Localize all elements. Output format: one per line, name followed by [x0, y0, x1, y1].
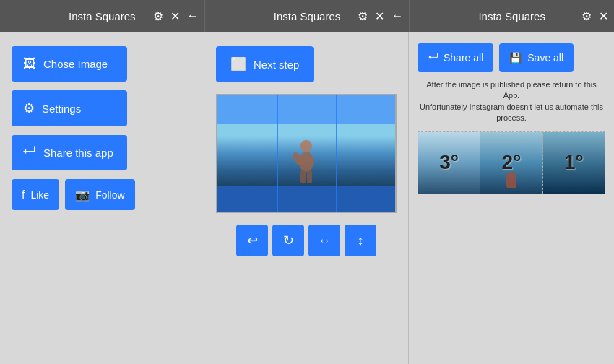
next-icon: ⬜ [230, 56, 246, 72]
save-all-icon: 💾 [509, 52, 522, 64]
cell-number-1: 1° [564, 151, 584, 174]
close-icon-3[interactable]: ✕ [599, 9, 608, 23]
grid-line-vertical-1 [277, 95, 278, 212]
gear-icon-2[interactable]: ⚙ [358, 9, 368, 23]
panel-2: ⬜ Next step [204, 32, 409, 364]
grid-cell-2: 2° [480, 132, 542, 194]
back-icon-2[interactable]: ← [392, 9, 403, 22]
save-all-button[interactable]: 💾 Save all [499, 43, 574, 72]
title-bar-2-title: Insta Squares [274, 10, 341, 22]
close-icon-1[interactable]: ✕ [170, 9, 180, 23]
rotate-left-icon: ↩ [247, 233, 258, 248]
selection-overlay-bottom [217, 186, 395, 212]
rotate-right-button[interactable]: ↻ [272, 225, 304, 256]
grid-cell-1: 1° [543, 132, 605, 194]
settings-icon: ⚙ [23, 100, 35, 116]
rotate-right-icon: ↻ [283, 233, 294, 248]
share-save-row: ⮠ Share all 💾 Save all [418, 43, 605, 72]
close-icon-2[interactable]: ✕ [375, 9, 384, 23]
image-preview [216, 94, 397, 213]
title-bar-3: Insta Squares ⚙ ✕ [410, 0, 614, 32]
tool-row: ↩ ↻ ↔ ↕ [236, 225, 376, 256]
gear-icon-3[interactable]: ⚙ [581, 9, 592, 23]
title-bar-1-title: Insta Squares [69, 10, 136, 22]
like-button[interactable]: f Like [12, 179, 59, 210]
gear-icon-1[interactable]: ⚙ [153, 9, 163, 23]
panel-3: ⮠ Share all 💾 Save all After the image i… [409, 32, 614, 364]
grid-line-vertical-2 [336, 95, 337, 212]
flip-v-icon: ↕ [358, 233, 364, 248]
image-background [217, 95, 395, 212]
cell-number-3: 3° [439, 151, 459, 174]
image-icon: 🖼 [23, 56, 36, 72]
title-bar-1: Insta Squares ⚙ ✕ ← [0, 0, 205, 32]
share-this-app-button[interactable]: ⮠ Share this app [12, 135, 127, 170]
info-text: After the image is published please retu… [418, 79, 605, 124]
next-step-button[interactable]: ⬜ Next step [216, 46, 314, 82]
svg-rect-2 [300, 170, 306, 183]
flip-h-icon: ↔ [318, 233, 331, 248]
settings-button[interactable]: ⚙ Settings [12, 90, 127, 126]
rotate-left-button[interactable]: ↩ [236, 225, 268, 256]
back-icon-1[interactable]: ← [187, 9, 199, 22]
title-bar-3-icons: ⚙ ✕ [581, 9, 608, 23]
facebook-icon: f [22, 188, 25, 202]
title-bar-2-icons: ⚙ ✕ ← [358, 9, 403, 23]
chose-image-button[interactable]: 🖼 Chose Image [12, 46, 127, 82]
grid-cell-3: 3° [418, 132, 480, 194]
title-bars: Insta Squares ⚙ ✕ ← Insta Squares ⚙ ✕ ← … [0, 0, 614, 32]
svg-point-0 [300, 140, 312, 152]
instagram-icon: 📷 [75, 188, 90, 202]
title-bar-1-icons: ⚙ ✕ ← [153, 9, 199, 23]
svg-rect-3 [307, 170, 312, 183]
panel-1: 🖼 Chose Image ⚙ Settings ⮠ Share this ap… [0, 32, 204, 364]
social-row: f Like 📷 Follow [12, 179, 192, 210]
person-silhouette [292, 139, 321, 186]
share-all-icon: ⮠ [428, 52, 438, 64]
cell-number-2: 2° [502, 151, 522, 174]
title-bar-2: Insta Squares ⚙ ✕ ← [205, 0, 410, 32]
selection-overlay-top [217, 95, 395, 124]
share-icon: ⮠ [23, 145, 36, 160]
grid-preview: 3° 2° 1° [418, 131, 605, 194]
follow-button[interactable]: 📷 Follow [65, 179, 134, 210]
share-all-button[interactable]: ⮠ Share all [418, 43, 493, 72]
title-bar-3-title: Insta Squares [478, 10, 545, 22]
main-content: 🖼 Chose Image ⚙ Settings ⮠ Share this ap… [0, 32, 614, 364]
flip-horizontal-button[interactable]: ↔ [308, 225, 340, 256]
flip-vertical-button[interactable]: ↕ [345, 225, 376, 256]
